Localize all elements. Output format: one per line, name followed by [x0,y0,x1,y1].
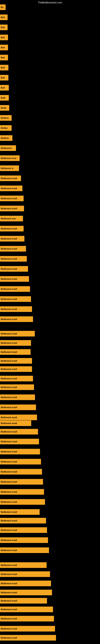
bar-item: Bott [0,55,8,60]
bar-item: Bottleneck result [0,384,34,390]
bar-item: Bottleneck result [0,206,24,211]
bar-item: Bottleneck result [0,518,46,524]
bar-item: Bottleneck result [0,316,33,322]
bar-label: Bottleneck result [1,228,17,230]
bar-label: Bottl [1,97,5,99]
bar-label: Bottleneck result [1,238,17,240]
bar-label: Bottlene [1,137,9,139]
bar-item: Bottleneck result [0,527,47,533]
bar-item: Bottleneck result [0,537,48,543]
bar-item: Bo [0,4,6,10]
bar-item: Bott [0,45,8,50]
bar-label: Bottleneck result [1,378,17,380]
bar-label: Bottleneck result [1,333,17,335]
bar-label: Bottleneck result [1,278,17,280]
bar-label: Bottleneck result [1,450,17,453]
bar-item: Bottleneck result [0,196,24,201]
bar-label: Bottleneck result [1,549,17,552]
bar-label: Bottleneck result [1,564,17,566]
bar-label: Bottleneck re [1,167,13,170]
bar-label: Bottleneck result [1,342,17,344]
bar-label: Bottleneck result [1,461,17,463]
bar-item: Bottleneck result [0,296,31,302]
bar-item: Bottleneck result [0,459,41,464]
bar-item: Bottl [0,95,9,100]
bar-item: Bottleneck result [0,276,29,282]
bar-label: Bott [1,36,5,39]
bar-item: Bottleneck result [0,340,31,346]
bar-label: Bottleneck result [1,628,17,630]
bar-label: Bottleneck result [1,600,17,602]
bar-label: Bottleneck resul [1,157,16,160]
bar-label: Bottleneck result [1,288,17,290]
bar-label: Bottleneck result [1,208,17,210]
bar-label: Bottleneck result [1,582,17,585]
bar-item: Bottlene [0,135,12,141]
bar-item: Bottleneck result [0,571,50,577]
bar-item: Bottleneck result [0,489,44,495]
bar-label: Bottleneck result [1,529,17,531]
bar-item: Bottlen [0,125,12,131]
bar-item: Bottlene [0,115,12,121]
bar-label: Bottleneck result [1,520,17,522]
bar-label: Bottleneck result [1,491,17,493]
bar-item: Bottleneck result [0,479,43,484]
bar-item: Bottleneck result [0,394,35,400]
bar-label: Bottleneck result [1,187,17,190]
bar-label: Bottleneck resu [1,218,16,220]
bar-item: Bottleneck result [0,449,40,454]
bar-label: Bottlen [1,127,8,129]
bar-label: Bottleneck result [1,258,17,260]
bar-label: Bottleneck result [1,268,17,270]
bar-item: Bottleneck result [0,236,24,242]
bar-label: Bottleneck result [1,248,17,250]
bar-label: Bott [1,26,5,28]
bar-label: Bottleneck result [1,608,17,610]
bar-item: Bottleneck result [0,246,26,252]
bar-item: Bottleneck result [0,562,47,568]
bar-item: Bottleneck result [0,358,32,364]
bar-item: Bottleneck result [0,616,54,622]
bar-label: Bottleneck result [1,396,17,398]
bar-item: Bottleneck result [0,176,21,181]
bar-item: Bottleneck result [0,469,42,474]
bar-label: Bottleneck result [1,298,17,300]
bar-item: Bottleneck result [0,226,24,232]
bar-label: Bott [1,87,5,89]
bar-label: Bottleneck result [1,637,17,639]
bar-item: Bottleneck result [0,590,52,595]
bar-item: Bottleneck result [0,286,30,292]
bar-item: Bottleneck result [0,256,27,262]
bar-item: Bottleneck result [0,509,40,515]
bar-item: Bott [0,65,8,70]
bar-label: Bottleneck r [1,147,12,149]
site-title: TheBottlenecker.com [38,1,62,4]
bar-label: Bottleneck result [1,592,17,594]
bar-item: Bottleneck result [0,420,31,426]
bar-label: Bottleneck result [1,539,17,541]
bar-item: Bottleneck result [0,186,22,191]
bar-label: Bottleneck result [1,511,17,513]
bar-label: Bott [1,66,5,69]
bar-label: Bott [1,56,5,59]
bar-label: Bottleneck result [1,386,17,388]
bar-item: Bottleneck result [0,266,28,272]
bar-item: Bottleneck r [0,145,16,151]
bar-item: Bott [0,85,9,90]
bar-item: Bottleneck result [0,306,32,312]
bar-label: Bottleneck result [1,431,17,433]
bar-item: Bottleneck result [0,598,47,604]
bar-label: Bott [1,46,5,49]
bar-item: Bottleneck result [0,366,32,372]
bar-item: Bottleneck result [0,580,51,586]
bar-label: Bottleneck result [1,177,17,180]
bar-label: Bottleneck result [1,368,17,370]
bar-label: Bottleneck result [1,440,17,443]
bar-item: Bottleneck resul [0,155,20,161]
bar-label: Bo [1,6,3,8]
bar-label: Bottleneck result [1,422,17,424]
bar-item: Bott [0,14,8,20]
bar-item: Bottleneck result [0,626,55,632]
bar-label: Bottleneck result [1,360,17,362]
bar-label: Bottleneck result [1,318,17,320]
